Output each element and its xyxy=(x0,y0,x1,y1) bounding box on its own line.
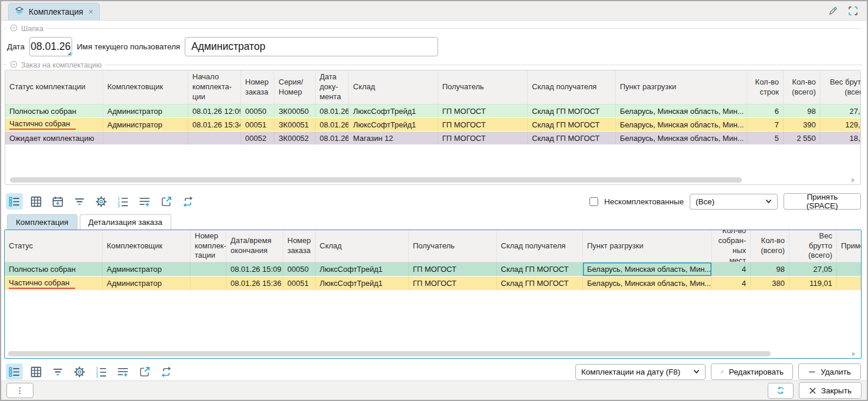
table-cell[interactable]: 08.01.26 xyxy=(316,118,349,131)
list-view-icon[interactable] xyxy=(6,363,23,380)
table-cell[interactable]: 08.01.26 15:34 xyxy=(188,118,241,131)
current-user-field[interactable]: Администратор xyxy=(185,37,438,56)
table-cell[interactable]: 129,01 xyxy=(820,118,861,131)
status-filter-select[interactable]: (Все) xyxy=(690,194,778,210)
table-cell[interactable]: 00051 xyxy=(283,277,316,290)
column-header[interactable]: Статус комплектации xyxy=(5,70,103,104)
filter-icon[interactable] xyxy=(49,363,66,380)
table-row[interactable]: Полностью собранАдминистратор08.01.26 15… xyxy=(5,262,861,277)
repeat-icon[interactable] xyxy=(179,193,196,210)
table-cell[interactable]: 27,05 xyxy=(789,262,837,276)
column-header[interactable]: Дата/время окончания xyxy=(226,230,283,262)
table-cell[interactable]: Администратор xyxy=(103,277,191,290)
table-cell[interactable]: 4 xyxy=(712,262,751,276)
table-cell[interactable]: 08.01.26 xyxy=(316,132,349,144)
table-row[interactable]: Полностью собранАдминистратор08.01.26 12… xyxy=(5,105,860,118)
table-cell[interactable]: Частично собран xyxy=(5,277,103,290)
column-header[interactable]: Серия/ Номер xyxy=(274,70,316,104)
open-external-icon[interactable] xyxy=(158,193,175,210)
table-cell[interactable]: ЛюксСофтТрейд1 xyxy=(349,118,438,131)
column-header[interactable]: Комплектовщик xyxy=(103,70,188,104)
table-cell[interactable]: ГП МОГОСТ xyxy=(438,105,528,117)
table-cell[interactable]: ЛюксСофтТрейд1 xyxy=(316,262,409,276)
table-cell[interactable]: Частично собран xyxy=(5,118,103,131)
open-external-icon[interactable] xyxy=(136,363,153,380)
table-cell[interactable]: 00050 xyxy=(241,105,274,117)
table-cell[interactable]: Беларусь, Минская область, Мин... xyxy=(583,277,712,290)
column-header[interactable]: Вес брутто (всего) xyxy=(820,70,861,104)
horizontal-scrollbar[interactable] xyxy=(6,177,859,183)
settings-gear-icon[interactable] xyxy=(71,363,88,380)
column-header[interactable]: Получатель xyxy=(438,70,528,104)
column-header[interactable]: Кол-во собран- ных мест xyxy=(712,230,751,262)
column-header[interactable]: Примеч xyxy=(837,230,862,262)
table-cell[interactable] xyxy=(188,132,241,144)
table-grid-icon[interactable] xyxy=(28,193,45,210)
table-cell[interactable]: Администратор xyxy=(103,118,188,131)
table-cell[interactable]: ЗК00052 xyxy=(274,132,316,144)
column-header[interactable]: Получатель xyxy=(409,230,497,262)
numbered-list-icon[interactable]: 123 xyxy=(93,363,110,380)
delete-button[interactable]: Удалить xyxy=(798,363,861,380)
table-cell[interactable]: 00052 xyxy=(241,132,274,144)
table-cell[interactable]: ЗК00050 xyxy=(274,105,316,117)
refresh-button[interactable] xyxy=(768,383,794,399)
column-header[interactable]: Комплектовщик xyxy=(103,230,191,262)
table-cell[interactable]: ГП МОГОСТ xyxy=(438,132,528,144)
table-cell[interactable]: 00051 xyxy=(241,118,274,131)
table-cell[interactable] xyxy=(837,262,862,276)
settings-gear-icon[interactable] xyxy=(93,193,110,210)
table-cell[interactable] xyxy=(191,262,226,276)
table-cell[interactable]: Полностью собран xyxy=(5,262,103,276)
horizontal-scrollbar[interactable] xyxy=(6,351,860,357)
edit-pencil-icon[interactable] xyxy=(828,5,839,19)
table-cell[interactable]: Магазин 12 xyxy=(349,132,438,144)
column-header[interactable]: Склад получателя xyxy=(528,70,616,104)
scrollbar-thumb[interactable] xyxy=(8,351,771,356)
table-cell[interactable]: 18,21 xyxy=(820,132,861,144)
column-header[interactable]: Кол-во (всего) xyxy=(784,70,820,104)
scroll-right-arrow-icon[interactable] xyxy=(852,178,857,183)
close-button[interactable]: Закрыть xyxy=(799,382,862,399)
tab-komplektacia[interactable]: Комплектация × xyxy=(8,3,100,20)
table-cell[interactable]: ГП МОГОСТ xyxy=(438,118,528,131)
table-cell[interactable]: Беларусь, Минская область, Мин... xyxy=(616,132,747,144)
table-row[interactable]: Ожидает комплектацию00052ЗК0005208.01.26… xyxy=(5,132,860,145)
table-cell[interactable]: Администратор xyxy=(103,262,191,276)
numbered-list-icon[interactable]: 123 xyxy=(114,193,131,210)
table-cell[interactable]: 08.01.26 xyxy=(316,105,349,117)
table-cell[interactable]: ЗК00051 xyxy=(274,118,316,131)
table-cell[interactable]: Ожидает комплектацию xyxy=(5,132,103,144)
column-header[interactable]: Номер заказа xyxy=(241,70,274,104)
table-row[interactable]: Частично собранАдминистратор08.01.26 15:… xyxy=(5,118,860,132)
column-header[interactable]: Пункт разгрузки xyxy=(616,70,747,104)
table-cell[interactable]: 2 550 xyxy=(784,132,820,144)
collapse-icon[interactable] xyxy=(10,60,18,70)
table-cell[interactable]: 08.01.26 12:09 xyxy=(188,105,241,117)
table-cell[interactable]: 380 xyxy=(751,277,789,290)
table-cell[interactable]: ЛюксСофтТрейд1 xyxy=(349,105,438,117)
column-header[interactable]: Статус xyxy=(5,230,103,262)
column-header[interactable]: Дата доку- мента xyxy=(316,70,349,104)
table-cell[interactable]: Полностью собран xyxy=(5,105,103,117)
column-header[interactable]: Номер заказа xyxy=(283,230,316,262)
column-header[interactable]: Склад получателя xyxy=(497,230,583,262)
uncompleted-checkbox[interactable] xyxy=(589,197,598,206)
table-cell[interactable]: 98 xyxy=(751,262,789,276)
table-cell[interactable]: Беларусь, Минская область, Мин... xyxy=(583,262,712,276)
column-header[interactable]: Вес брутто (всего) xyxy=(789,230,837,262)
menu-button[interactable]: ⋮ xyxy=(6,383,33,398)
table-cell[interactable]: Склад ГП МОГОСТ xyxy=(497,277,583,290)
table-grid-icon[interactable] xyxy=(28,363,45,380)
table-cell[interactable]: 5 xyxy=(747,132,784,144)
table-cell[interactable]: Склад ГП МОГОСТ xyxy=(497,262,583,276)
table-cell[interactable]: ГП МОГОСТ xyxy=(409,277,497,290)
edit-button[interactable]: Редактировать xyxy=(711,363,793,380)
repeat-icon[interactable] xyxy=(158,363,175,380)
table-cell[interactable]: Склад ГП МОГОСТ xyxy=(528,118,616,131)
table-cell[interactable]: 6 xyxy=(747,105,784,117)
table-cell[interactable]: 08.01.26 15:09 xyxy=(226,262,283,276)
table-cell[interactable]: Беларусь, Минская область, Мин... xyxy=(616,118,747,131)
table-row[interactable]: Частично собранАдминистратор08.01.26 15:… xyxy=(5,277,861,291)
mode-select[interactable]: Комплектации на дату (F8) xyxy=(575,364,706,380)
